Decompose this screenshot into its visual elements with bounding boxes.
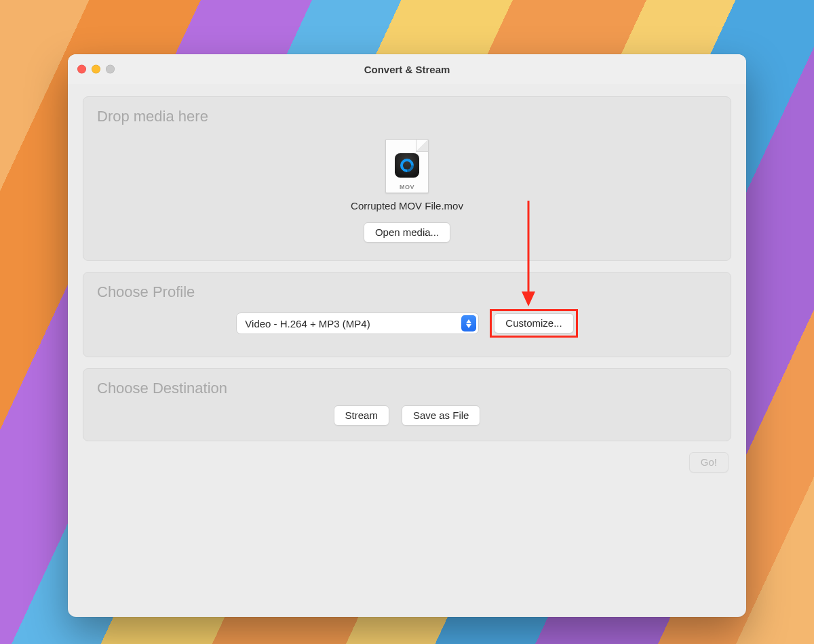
go-button[interactable]: Go!: [689, 452, 729, 472]
choose-profile-heading: Choose Profile: [97, 283, 718, 301]
profile-select[interactable]: Video - H.264 + MP3 (MP4): [236, 313, 479, 334]
drop-media-heading: Drop media here: [97, 108, 718, 125]
dropped-file-name: Corrupted MOV File.mov: [351, 200, 463, 212]
save-as-file-button[interactable]: Save as File: [402, 405, 481, 426]
convert-stream-window: Convert & Stream Drop media here MOV Cor…: [68, 54, 746, 617]
customize-profile-button[interactable]: Customize...: [494, 313, 573, 334]
minimize-window-icon[interactable]: [92, 65, 100, 74]
quicktime-logo-icon: [395, 153, 419, 178]
dropped-file-icon: MOV: [385, 139, 429, 193]
choose-profile-section: Choose Profile Video - H.264 + MP3 (MP4)…: [83, 272, 731, 357]
footer: Go!: [83, 452, 731, 472]
window-body: Drop media here MOV Corrupted MOV File.m…: [68, 84, 746, 617]
open-media-button[interactable]: Open media...: [364, 222, 450, 243]
zoom-window-icon[interactable]: [106, 65, 115, 74]
choose-destination-section: Choose Destination Stream Save as File: [83, 368, 731, 441]
choose-destination-heading: Choose Destination: [97, 380, 718, 397]
page-fold-icon: [416, 139, 429, 152]
drop-media-section[interactable]: Drop media here MOV Corrupted MOV File.m…: [83, 96, 731, 261]
window-title: Convert & Stream: [364, 64, 450, 75]
traffic-lights: [77, 65, 115, 74]
profile-row: Video - H.264 + MP3 (MP4) Customize...: [96, 309, 718, 338]
close-window-icon[interactable]: [77, 65, 86, 74]
stream-button[interactable]: Stream: [334, 405, 389, 426]
destination-row: Stream Save as File: [96, 405, 718, 426]
profile-select-value: Video - H.264 + MP3 (MP4): [245, 318, 370, 329]
window-titlebar: Convert & Stream: [68, 54, 746, 84]
file-extension-badge: MOV: [386, 184, 428, 190]
annotation-highlight: Customize...: [490, 309, 577, 338]
select-stepper-icon[interactable]: [461, 315, 476, 331]
drop-media-content: MOV Corrupted MOV File.mov Open media...: [96, 134, 718, 243]
